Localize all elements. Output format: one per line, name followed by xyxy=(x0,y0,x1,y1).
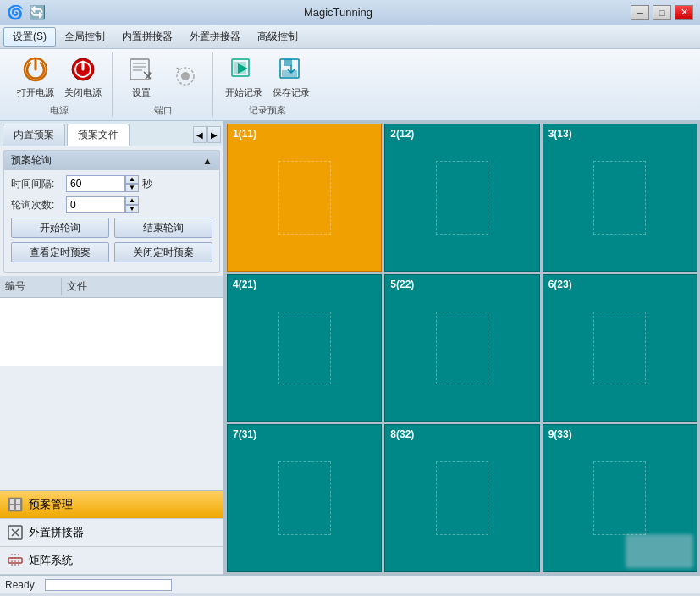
grid-cell-2[interactable]: 2(12) xyxy=(384,124,539,272)
watermark xyxy=(626,534,693,568)
time-interval-down[interactable]: ▼ xyxy=(125,184,139,192)
tab-internal[interactable]: 内置预案 xyxy=(3,124,65,146)
time-unit: 秒 xyxy=(142,177,152,191)
menu-item-global[interactable]: 全局控制 xyxy=(56,28,113,46)
power-on-button[interactable]: 打开电源 xyxy=(14,52,58,101)
start-rotation-button[interactable]: 开始轮询 xyxy=(11,218,109,238)
round-count-up[interactable]: ▲ xyxy=(125,196,139,205)
title-bar: 🌀 🔄 MagicTunning ─ □ ✕ xyxy=(0,0,700,25)
round-count-spinner: ▲ ▼ xyxy=(125,196,139,213)
grid-cell-9[interactable]: 9(33) xyxy=(543,424,697,572)
grid-cell-5-label: 5(22) xyxy=(390,279,414,290)
grid-cell-1[interactable]: 1(11) xyxy=(227,124,382,272)
port-buttons: 设置 xyxy=(121,52,206,101)
power-off-icon xyxy=(68,54,98,85)
menu-item-internal[interactable]: 内置拼接器 xyxy=(113,28,181,46)
nav-preset-manager[interactable]: 预案管理 xyxy=(0,491,223,519)
grid-cell-9-label: 9(33) xyxy=(548,428,572,440)
nav-preset-manager-label: 预案管理 xyxy=(29,497,73,512)
save-record-button[interactable]: 保存记录 xyxy=(269,52,313,101)
record-buttons: 开始记录 保存记录 xyxy=(222,52,313,101)
view-schedule-button[interactable]: 查看定时预案 xyxy=(11,242,109,262)
tab-arrows: ◀ ▶ xyxy=(193,126,221,143)
restore-button[interactable]: □ xyxy=(653,5,671,20)
grid-cell-6-label: 6(23) xyxy=(548,279,572,290)
menu-item-settings[interactable]: 设置(S) xyxy=(3,27,56,47)
toolbar: 打开电源 关闭电源 电源 xyxy=(0,49,700,121)
matrix-system-icon xyxy=(7,552,24,569)
grid-cell-8[interactable]: 8(32) xyxy=(384,424,539,572)
power-on-label: 打开电源 xyxy=(17,86,54,99)
nav-external-splitter[interactable]: 外置拼接器 xyxy=(0,519,223,547)
tab-file[interactable]: 预案文件 xyxy=(67,124,130,146)
port-group-label: 端口 xyxy=(154,104,173,117)
schedule-header[interactable]: 预案轮询 ▲ xyxy=(4,151,219,170)
nav-external-splitter-label: 外置拼接器 xyxy=(29,525,84,540)
round-count-down[interactable]: ▼ xyxy=(125,205,139,213)
app-icon-2: 🔄 xyxy=(29,4,46,20)
start-record-button[interactable]: 开始记录 xyxy=(222,52,266,101)
power-on-icon xyxy=(20,54,51,85)
right-panel: 1(11) 2(12) 3(13) 4(21) 5(22) 6(23) 7(31… xyxy=(224,121,700,575)
power-off-label: 关闭电源 xyxy=(64,86,102,99)
tab-arrow-right[interactable]: ▶ xyxy=(207,126,221,143)
grid-cell-7-label: 7(31) xyxy=(233,428,256,440)
minimize-button[interactable]: ─ xyxy=(631,5,649,20)
tab-bar: 内置预案 预案文件 ◀ ▶ xyxy=(0,121,223,146)
toolbar-group-port: 设置 端口 xyxy=(114,52,213,117)
grid-cell-2-label: 2(12) xyxy=(390,128,414,140)
svg-line-11 xyxy=(177,68,179,70)
power-off-button[interactable]: 关闭电源 xyxy=(61,52,105,101)
round-count-input[interactable] xyxy=(66,196,125,213)
table-body xyxy=(0,298,223,366)
grid-cell-6[interactable]: 6(23) xyxy=(543,274,697,422)
main-content: 内置预案 预案文件 ◀ ▶ 预案轮询 ▲ 时间间隔: ▲ ▼ xyxy=(0,121,700,575)
schedule-title: 预案轮询 xyxy=(11,153,52,168)
col-file: 文件 xyxy=(62,278,223,295)
port-connect-button[interactable] xyxy=(165,59,206,95)
tab-arrow-left[interactable]: ◀ xyxy=(193,126,207,143)
save-record-icon xyxy=(276,54,306,85)
port-connect-icon xyxy=(170,61,201,91)
nav-matrix-system-label: 矩阵系统 xyxy=(29,553,73,568)
round-count-label: 轮询次数: xyxy=(11,198,66,212)
port-settings-button[interactable]: 设置 xyxy=(121,52,162,101)
table-header: 编号 文件 xyxy=(0,276,223,298)
nav-matrix-system[interactable]: 矩阵系统 xyxy=(0,547,223,575)
grid-cell-8-label: 8(32) xyxy=(390,428,414,440)
close-button[interactable]: ✕ xyxy=(675,5,693,20)
power-buttons: 打开电源 关闭电源 xyxy=(14,52,105,101)
time-interval-up[interactable]: ▲ xyxy=(125,175,139,184)
toolbar-group-record: 开始记录 保存记录 记录预案 xyxy=(215,52,320,117)
port-settings-icon xyxy=(126,54,157,85)
time-interval-spinner: ▲ ▼ xyxy=(125,175,139,192)
title-bar-left: 🌀 🔄 xyxy=(7,4,46,20)
grid-cell-5[interactable]: 5(22) xyxy=(384,274,539,422)
svg-rect-20 xyxy=(10,499,14,504)
round-count-row: 轮询次数: ▲ ▼ xyxy=(11,196,212,213)
svg-rect-23 xyxy=(16,505,20,510)
grid-cell-7[interactable]: 7(31) xyxy=(227,424,382,572)
schedule-view-buttons: 查看定时预案 关闭定时预案 xyxy=(11,242,212,262)
svg-rect-5 xyxy=(130,59,149,80)
schedule-collapse-icon: ▲ xyxy=(202,155,212,167)
start-record-label: 开始记录 xyxy=(225,86,262,99)
menu-item-external[interactable]: 外置拼接器 xyxy=(181,28,249,46)
end-rotation-button[interactable]: 结束轮询 xyxy=(114,218,212,238)
port-settings-label: 设置 xyxy=(132,86,151,99)
record-group-label: 记录预案 xyxy=(249,104,286,117)
close-schedule-button[interactable]: 关闭定时预案 xyxy=(114,242,212,262)
toolbar-group-power: 打开电源 关闭电源 电源 xyxy=(7,52,113,117)
grid-cell-4-label: 4(21) xyxy=(233,279,256,290)
rotation-buttons: 开始轮询 结束轮询 xyxy=(11,218,212,238)
grid-cell-3[interactable]: 3(13) xyxy=(543,124,697,272)
svg-point-10 xyxy=(181,72,190,80)
svg-rect-21 xyxy=(16,499,20,504)
window-controls: ─ □ ✕ xyxy=(631,5,693,20)
time-interval-input[interactable] xyxy=(66,175,125,192)
grid-cell-4[interactable]: 4(21) xyxy=(227,274,382,422)
time-interval-label: 时间间隔: xyxy=(11,177,66,191)
start-record-icon xyxy=(229,54,259,85)
menu-item-advanced[interactable]: 高级控制 xyxy=(249,28,306,46)
window-title: MagicTunning xyxy=(46,6,631,19)
